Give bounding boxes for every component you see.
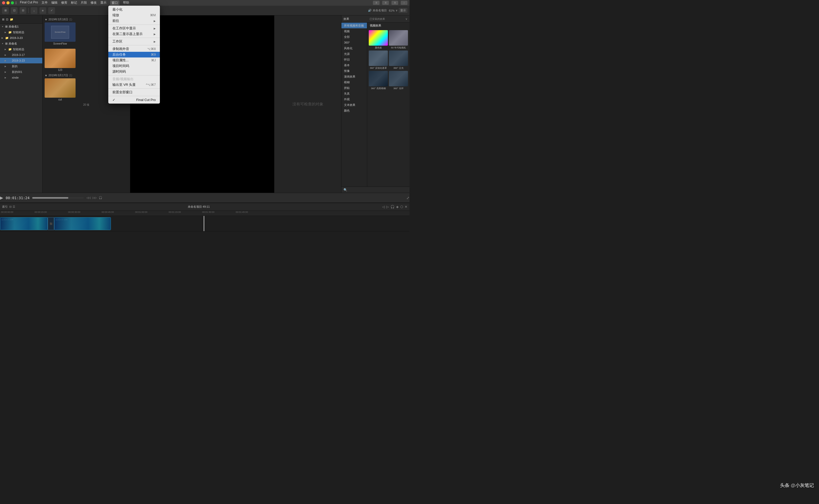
menu-workspace[interactable]: 工作区 ▶ <box>108 39 160 44</box>
effect-item-colorboard[interactable]: 颜色板 <box>369 30 388 49</box>
menu-project-timecode[interactable]: 项目时间码 <box>108 63 160 69</box>
menu-modify[interactable]: 修改 <box>90 1 97 5</box>
audio-down-icon[interactable]: ◁◁ <box>86 196 90 199</box>
effect-thumb-360bloom[interactable] <box>389 51 408 66</box>
effects-cat-light[interactable]: 光源 <box>341 51 367 57</box>
menu-forward[interactable]: 前往 ▶ <box>108 18 160 24</box>
menu-minimize[interactable]: 最小化 <box>108 7 160 12</box>
browser-icon[interactable]: ⊡ <box>11 7 18 14</box>
menu-clip[interactable]: 片段 <box>81 1 87 5</box>
sidebar-item-smart2[interactable]: ▶ 📁 智能精选 <box>0 46 42 52</box>
media-item-123[interactable]: 123 <box>45 49 75 71</box>
media-thumb-cut[interactable] <box>45 78 75 98</box>
menu-app[interactable]: Final Cut Pro <box>20 1 38 5</box>
effects-cat-stylize[interactable]: 风格化 <box>341 45 367 51</box>
timeline-headphone-icon[interactable]: 🎧 <box>390 205 395 209</box>
timeline-zoom-icon[interactable]: ⬡ <box>400 205 403 209</box>
effects-search-input[interactable] <box>348 188 407 191</box>
menu-edit[interactable]: 编辑 <box>51 1 57 5</box>
effect-item-360gauss[interactable]: 360° 高斯模糊 <box>369 71 388 90</box>
effect-thumb-360gauss[interactable] <box>369 71 388 86</box>
timeline-audio-icon[interactable]: ◁ <box>382 205 385 209</box>
media-item-screenflow[interactable]: ScreenFlow ScreenFlow <box>45 22 75 45</box>
headphone-icon[interactable]: 🎧 <box>99 196 102 199</box>
effect-thumb-colorboard[interactable] <box>369 30 388 46</box>
effect-thumb-360unsharp[interactable] <box>369 51 388 66</box>
effect-item-360bloom[interactable]: 360° 泛光 <box>389 51 408 70</box>
maximize-button[interactable] <box>11 1 14 4</box>
effects-cat-blur[interactable]: 模糊 <box>341 79 367 85</box>
menu-source-timecode[interactable]: 源时间码 <box>108 69 160 74</box>
effect-thumb-50stv[interactable] <box>389 30 408 46</box>
menu-project-props[interactable]: 项目属性... ⌘J <box>108 57 160 63</box>
badge-icon[interactable]: ⊕ <box>39 7 46 14</box>
layout-btn-3[interactable]: ⠿ <box>391 1 398 5</box>
sidebar-group-2019323[interactable]: ▶ 📁 2019-3-23 <box>0 35 42 41</box>
library-icon[interactable]: ⊞ <box>2 7 9 14</box>
minimize-button[interactable] <box>6 1 10 4</box>
audio-up-icon[interactable]: ▷▷ <box>93 196 97 199</box>
close-button[interactable] <box>2 1 5 4</box>
effects-cat-color[interactable]: 颜色 <box>341 108 367 113</box>
media-thumb-123[interactable] <box>45 49 75 68</box>
expand-timeline-icon[interactable]: ⤢ <box>406 196 410 200</box>
sidebar-item-2019317[interactable]: ▶ 2019-3-17 <box>0 52 42 58</box>
menu-mark[interactable]: 标记 <box>71 1 77 5</box>
effects-dropdown-arrow[interactable]: ∨ <box>405 17 407 21</box>
timeline-icon[interactable]: ⊟ <box>20 7 26 14</box>
menu-fcp-item[interactable]: ✓ Final Cut Pro <box>108 97 160 103</box>
sidebar-group-unnamed[interactable]: ▼ ⊞ 未命名 <box>0 41 42 46</box>
clip-view-btn[interactable]: ⊟ <box>9 205 12 208</box>
timeline-audio-icon2[interactable]: ▷ <box>386 205 389 209</box>
menu-vr-output[interactable]: 输出至 VR 头显 ^⌥⌘7 <box>108 82 160 88</box>
layout-btn-2[interactable]: ⠿ <box>382 1 389 5</box>
menu-record-audio[interactable]: 录制画外音 ⌥⌘8 <box>108 46 160 52</box>
play-btn[interactable]: ▶ <box>0 195 3 200</box>
menu-zoom[interactable]: 缩放 ⌘M <box>108 12 160 18</box>
effect-item-360halo[interactable]: 360° 光环 <box>389 71 408 90</box>
effect-thumb-360halo[interactable] <box>389 71 408 86</box>
checkmark-icon[interactable]: ✓ <box>48 7 55 14</box>
list-view-btn[interactable]: ☰ <box>13 205 15 208</box>
menu-show-workspace[interactable]: 在工作区中显示 ▶ <box>108 26 160 31</box>
import-icon[interactable]: ↓ <box>31 7 37 14</box>
effects-cat-look[interactable]: 外观 <box>341 96 367 102</box>
media-item-cut[interactable]: cut <box>45 78 75 101</box>
menu-trim[interactable]: 修剪 <box>61 1 67 5</box>
view-dropdown-btn[interactable]: 显示 <box>399 8 407 13</box>
menu-show-second[interactable]: 在第二显示器上显示 ▶ <box>108 31 160 37</box>
playhead[interactable] <box>204 216 204 231</box>
sidebar-group-unnamed1[interactable]: ▼ ⊞ 未命名1 <box>0 24 42 29</box>
sidebar-item-xinde[interactable]: ▶ xinde <box>0 75 42 80</box>
effect-item-50stv[interactable]: 50 年代电视机 <box>389 30 408 49</box>
sidebar-item-new[interactable]: ▶ 新的 <box>0 63 42 69</box>
zoom-dropdown-arrow[interactable]: ∨ <box>396 9 398 12</box>
media-thumb-screenflow[interactable]: ScreenFlow <box>45 22 75 42</box>
menu-view[interactable]: 显示 <box>100 1 106 5</box>
menu-help[interactable]: 帮助 <box>123 1 129 5</box>
share-button[interactable]: ↑ <box>401 1 407 5</box>
effects-cat-text[interactable]: 文本效果 <box>341 102 367 108</box>
clip-vj2[interactable]: 超炫VJ-104 <box>54 217 111 230</box>
index-label[interactable]: 索引 <box>2 205 8 209</box>
layout-btn-1[interactable]: ⠿ <box>373 1 380 5</box>
effects-cat-retro[interactable]: 怀旧 <box>341 57 367 62</box>
timeline-close-icon[interactable]: ✕ <box>405 205 407 209</box>
menu-file[interactable]: 文件 <box>41 1 48 5</box>
effects-cat-comic[interactable]: 漫画效果 <box>341 74 367 79</box>
sidebar-item-new001[interactable]: ▶ 新的001 <box>0 69 42 75</box>
effects-cat-all[interactable]: 全部 <box>341 34 367 40</box>
menu-window[interactable]: 窗口 <box>110 1 119 5</box>
menu-bring-all[interactable]: 前置全部窗口 <box>108 89 160 95</box>
menu-background-tasks[interactable]: 后台任务 ⌘9 <box>108 52 160 57</box>
playback-scrubber[interactable] <box>32 197 84 199</box>
sidebar-item-smart-selection1[interactable]: ▶ 📁 智能精选 <box>0 29 42 35</box>
effects-cat-basic[interactable]: 基本 <box>341 62 367 68</box>
clip-vj1[interactable]: 超炫VJ-104 <box>0 217 48 230</box>
effects-cat-distort[interactable]: 失真 <box>341 91 367 96</box>
sidebar-item-2019323b[interactable]: ▶ 2019-3-23 <box>0 58 42 63</box>
effects-cat-360[interactable]: 360° <box>341 40 367 45</box>
effects-cat-keying[interactable]: 抠像 <box>341 68 367 74</box>
effects-cat-all-av[interactable]: 所有视频和音频 <box>341 23 367 28</box>
effects-cat-video[interactable]: 视频 <box>341 28 367 34</box>
